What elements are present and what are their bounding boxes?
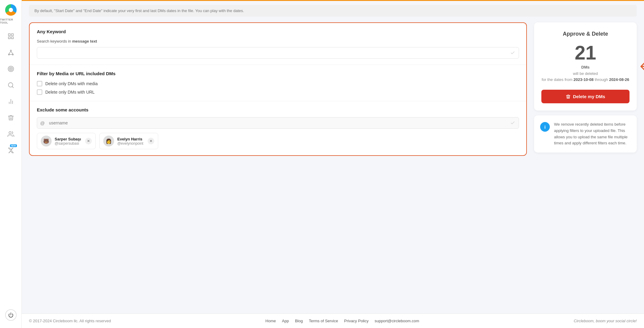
approve-card: Approve & Delete 21 DMs will be deleted … [534, 22, 637, 111]
username-input-wrapper: @ [37, 117, 519, 129]
info-icon: i [540, 122, 550, 132]
approve-date-start: 2023-10-08 [574, 77, 594, 82]
account-name-1: Evelyn Harris [117, 137, 143, 141]
exclude-title: Exclude some accounts [37, 107, 519, 112]
svg-point-12 [10, 68, 11, 69]
footer-link-tos[interactable]: Terms of Service [309, 319, 338, 323]
svg-rect-0 [8, 34, 10, 36]
footer-copyright: © 2017-2024 Circleboom llc. All rights r… [29, 319, 111, 323]
logo[interactable] [5, 4, 17, 16]
keyword-description-bold: message text [72, 39, 97, 43]
tool-label: TWITTER TOOL [0, 18, 21, 24]
excluded-account-chip-0: 🐻 Sarper Subaşı @sarpersubasi ✕ [37, 133, 96, 149]
media-title: Filter by Media or URL included DMs [37, 71, 519, 76]
svg-rect-1 [11, 34, 13, 36]
content-wrapper: Any Keyword Search keywords in message t… [29, 21, 637, 306]
arrow-indicator [640, 62, 644, 71]
sidebar-item-analytics[interactable] [4, 94, 18, 109]
approve-label: DMs [541, 65, 630, 69]
approve-date-end: 2024-08-26 [609, 77, 629, 82]
approve-date-prefix: for the dates from [542, 77, 574, 82]
top-description: By default, "Start Date" and "End Date" … [29, 5, 637, 17]
filters-panel: Any Keyword Search keywords in message t… [29, 22, 527, 156]
new-badge: NEW [10, 144, 17, 147]
power-button[interactable] [5, 309, 17, 321]
svg-line-7 [9, 51, 11, 54]
svg-rect-3 [11, 37, 13, 39]
keyword-input[interactable] [37, 47, 507, 58]
approve-sub-text: will be deleted [573, 71, 598, 76]
info-text: We remove recently deleted items before … [554, 121, 631, 146]
keyword-description: Search keywords in message text [37, 39, 519, 43]
sidebar-item-x[interactable]: NEW [4, 143, 18, 158]
at-symbol: @ [37, 121, 48, 126]
excluded-account-chip-1: 👩 Evelyn Harris @evelynonpoint ✕ [99, 133, 158, 149]
checkbox-url[interactable] [37, 89, 42, 95]
footer: © 2017-2024 Circleboom llc. All rights r… [22, 314, 644, 328]
sidebar-item-users[interactable] [4, 127, 18, 141]
keyword-title: Any Keyword [37, 29, 519, 34]
right-panel: Approve & Delete 21 DMs will be deleted … [534, 22, 637, 153]
delete-button-label: Delete my DMs [573, 94, 605, 99]
footer-link-support[interactable]: support@circleboom.com [375, 319, 419, 323]
account-avatar-1: 👩 [103, 136, 114, 146]
sidebar-item-dashboard[interactable] [4, 29, 18, 43]
checkbox-media-row[interactable]: Delete only DMs with media [37, 81, 519, 86]
checkbox-media[interactable] [37, 81, 42, 86]
sidebar-bottom [5, 309, 17, 324]
svg-line-14 [12, 86, 13, 88]
account-avatar-0: 🐻 [41, 136, 52, 146]
approve-count: 21 [541, 43, 630, 63]
approve-title: Approve & Delete [541, 31, 630, 37]
footer-links: Home App Blog Terms of Service Privacy P… [265, 319, 419, 323]
footer-tagline: Circleboom, boom your social circle! [574, 319, 637, 323]
main-content: By default, "Start Date" and "End Date" … [22, 0, 644, 328]
keyword-section: Any Keyword Search keywords in message t… [30, 23, 526, 65]
top-accent [22, 0, 644, 1]
checkbox-url-label: Delete only DMs with URL [45, 90, 95, 95]
username-input[interactable] [48, 117, 507, 128]
chip-remove-0[interactable]: ✕ [85, 138, 92, 144]
exclude-section: Exclude some accounts @ 🐻 S [30, 101, 526, 155]
sidebar-item-target[interactable] [4, 62, 18, 76]
account-info-0: Sarper Subaşı @sarpersubasi [55, 137, 81, 146]
footer-link-app[interactable]: App [282, 319, 289, 323]
sidebar: TWITTER TOOL [0, 0, 22, 328]
chip-remove-1[interactable]: ✕ [148, 138, 154, 144]
account-info-1: Evelyn Harris @evelynonpoint [117, 137, 143, 146]
media-section: Filter by Media or URL included DMs Dele… [30, 65, 526, 101]
sidebar-item-search[interactable] [4, 78, 18, 92]
checkbox-url-row[interactable]: Delete only DMs with URL [37, 89, 519, 95]
approve-date-through: through [594, 77, 609, 82]
account-handle-0: @sarpersubasi [55, 141, 81, 146]
sidebar-item-network[interactable] [4, 45, 18, 60]
trash-icon [566, 94, 571, 99]
sidebar-nav: NEW [4, 29, 18, 309]
info-card: i We remove recently deleted items befor… [534, 115, 637, 153]
keyword-check-icon[interactable] [507, 50, 519, 55]
account-handle-1: @evelynonpoint [117, 141, 143, 146]
svg-rect-2 [8, 37, 10, 39]
footer-link-privacy[interactable]: Privacy Policy [344, 319, 369, 323]
approve-sub: will be deleted for the dates from 2023-… [541, 71, 630, 82]
delete-button[interactable]: Delete my DMs [541, 90, 630, 103]
keyword-input-wrapper [37, 47, 519, 59]
sidebar-item-delete[interactable] [4, 111, 18, 125]
keyword-description-prefix: Search keywords in [37, 39, 72, 43]
footer-link-home[interactable]: Home [265, 319, 276, 323]
svg-point-11 [9, 67, 12, 71]
svg-point-18 [9, 132, 11, 134]
excluded-accounts-list: 🐻 Sarper Subaşı @sarpersubasi ✕ 👩 Evelyn… [37, 133, 519, 149]
username-check-icon[interactable] [507, 121, 519, 125]
svg-line-8 [11, 51, 13, 54]
account-name-0: Sarper Subaşı [55, 137, 81, 141]
footer-link-blog[interactable]: Blog [295, 319, 303, 323]
checkbox-media-label: Delete only DMs with media [45, 81, 98, 86]
